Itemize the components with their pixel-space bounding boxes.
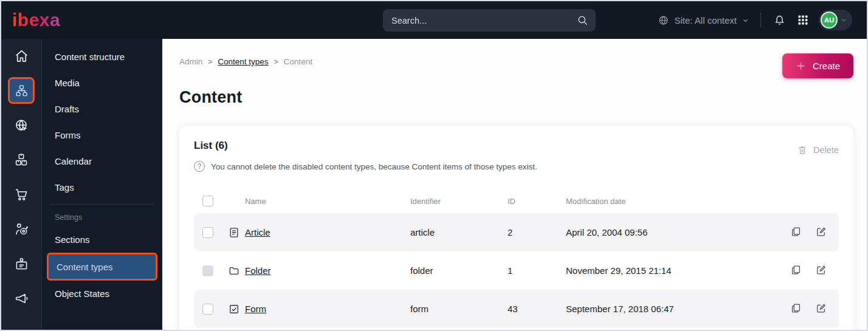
- sidebar-item-object-states[interactable]: Object States: [47, 281, 157, 307]
- globe-icon: [658, 15, 669, 26]
- search-input[interactable]: [391, 16, 577, 26]
- packages-icon: [14, 152, 29, 167]
- breadcrumb-separator: >: [208, 58, 212, 66]
- topbar-divider: [760, 13, 761, 27]
- header-name: Name: [245, 197, 410, 206]
- panel-header: List (6) Delete: [194, 140, 839, 155]
- cell-identifier: form: [410, 304, 508, 314]
- edit-button[interactable]: [815, 264, 827, 278]
- list-title: List (6): [194, 140, 228, 152]
- sitemap-icon: [15, 84, 29, 98]
- home-icon: [14, 49, 29, 64]
- content-type-link[interactable]: Form: [245, 304, 266, 314]
- rail-item-site-overview[interactable]: [8, 112, 35, 138]
- breadcrumb-admin: Admin: [179, 57, 202, 66]
- sidebar-item-tags[interactable]: Tags: [47, 174, 157, 200]
- rail-item-corporate-account[interactable]: [8, 250, 35, 277]
- search-icon[interactable]: [577, 15, 588, 26]
- sidebar-item-calendar[interactable]: Calendar: [47, 148, 157, 174]
- sidebar-item-forms[interactable]: Forms: [47, 122, 157, 148]
- cell-identifier: article: [410, 227, 508, 237]
- content-type-link[interactable]: Article: [245, 227, 270, 237]
- row-checkbox[interactable]: [202, 227, 213, 238]
- user-menu[interactable]: AU: [819, 10, 852, 30]
- personalization-target-icon: [14, 222, 29, 237]
- info-row: ? You cannot delete the disabled content…: [194, 161, 839, 172]
- info-text: You cannot delete the disabled content t…: [211, 162, 537, 171]
- breadcrumb-content-types-link[interactable]: Content types: [218, 57, 268, 66]
- rail-item-content-structure[interactable]: [8, 77, 35, 104]
- breadcrumb-current: Content: [284, 57, 312, 66]
- rail-item-marketing[interactable]: [8, 285, 35, 312]
- row-actions: [779, 302, 830, 316]
- rail-item-dashboard[interactable]: [8, 43, 35, 69]
- cell-identifier: folder: [410, 265, 508, 276]
- main-content: Admin > Content types > Content Create C…: [162, 39, 867, 330]
- sidebar-section-settings: Settings: [47, 208, 157, 227]
- avatar: AU: [821, 12, 838, 29]
- id-badge-icon: [14, 256, 29, 271]
- site-context-selector[interactable]: Site: All context: [658, 15, 749, 26]
- page-title: Content: [179, 88, 853, 107]
- article-icon: [223, 227, 245, 239]
- topbar-right-group: Site: All context A: [658, 10, 852, 30]
- edit-button[interactable]: [815, 302, 827, 316]
- table-header-row: Name Identifier ID Modification date: [194, 189, 839, 213]
- rail-item-personalization[interactable]: [8, 216, 35, 242]
- header-id: ID: [508, 197, 566, 206]
- header-identifier: Identifier: [410, 197, 508, 206]
- edit-button[interactable]: [815, 226, 827, 239]
- site-context-label: Site: All context: [674, 15, 737, 26]
- sidebar-item-content-structure[interactable]: Content structure: [47, 44, 157, 70]
- sidebar-divider: [49, 204, 155, 205]
- delete-button-label: Delete: [813, 145, 839, 155]
- user-menu-chevron-icon: [840, 16, 847, 24]
- topbar: ibexa Site: All context: [1, 1, 867, 39]
- help-question-icon: ?: [194, 161, 205, 172]
- row-actions: [779, 264, 830, 278]
- cell-id: 1: [508, 265, 566, 276]
- table-row: Form form 43 September 17, 2018 06:47: [194, 290, 839, 328]
- copy-button[interactable]: [790, 264, 802, 278]
- table-row: Article article 2 April 20, 2004 09:56: [194, 213, 839, 251]
- body-row: Content structure Media Drafts Forms Cal…: [1, 39, 867, 330]
- chevron-down-icon: [742, 16, 749, 24]
- shopping-cart-icon: [14, 187, 29, 202]
- apps-grid-icon[interactable]: [796, 13, 810, 27]
- breadcrumb: Admin > Content types > Content: [179, 57, 853, 66]
- globe-cursor-icon: [14, 118, 29, 133]
- sidebar-item-drafts[interactable]: Drafts: [47, 96, 157, 122]
- content-type-link[interactable]: Folder: [245, 265, 271, 276]
- ibexa-logo: ibexa: [12, 11, 60, 29]
- trash-icon: [797, 145, 808, 155]
- row-checkbox[interactable]: [202, 304, 213, 315]
- table-row: Folder folder 1 November 29, 2015 21:14: [194, 251, 839, 290]
- plus-icon: [796, 61, 806, 71]
- folder-icon: [223, 265, 245, 277]
- app-window: ibexa Site: All context: [0, 0, 868, 331]
- create-button-label: Create: [813, 61, 840, 71]
- global-search[interactable]: [383, 9, 596, 32]
- form-icon: [223, 303, 245, 315]
- copy-button[interactable]: [790, 226, 802, 239]
- cell-modification-date: April 20, 2004 09:56: [566, 227, 779, 237]
- megaphone-icon: [14, 291, 29, 306]
- icon-rail: [1, 39, 42, 330]
- sidebar-item-sections[interactable]: Sections: [47, 227, 157, 253]
- cell-modification-date: November 29, 2015 21:14: [566, 265, 779, 276]
- sidebar-item-media[interactable]: Media: [47, 70, 157, 96]
- row-checkbox-disabled: [202, 265, 213, 276]
- sidebar-item-content-types[interactable]: Content types: [47, 253, 157, 281]
- delete-button[interactable]: Delete: [797, 140, 839, 155]
- rail-item-commerce[interactable]: [8, 181, 35, 208]
- content-types-panel: List (6) Delete ? You cannot delete t: [179, 126, 853, 330]
- select-all-checkbox[interactable]: [202, 196, 213, 206]
- row-actions: [779, 226, 830, 239]
- header-modification-date: Modification date: [566, 197, 779, 206]
- sidebar-menu: Content structure Media Drafts Forms Cal…: [42, 39, 162, 330]
- create-button[interactable]: Create: [782, 53, 853, 78]
- copy-button[interactable]: [790, 302, 802, 316]
- cell-id: 2: [508, 227, 566, 237]
- notifications-bell-icon[interactable]: [772, 13, 787, 28]
- rail-item-product-catalog[interactable]: [8, 146, 35, 173]
